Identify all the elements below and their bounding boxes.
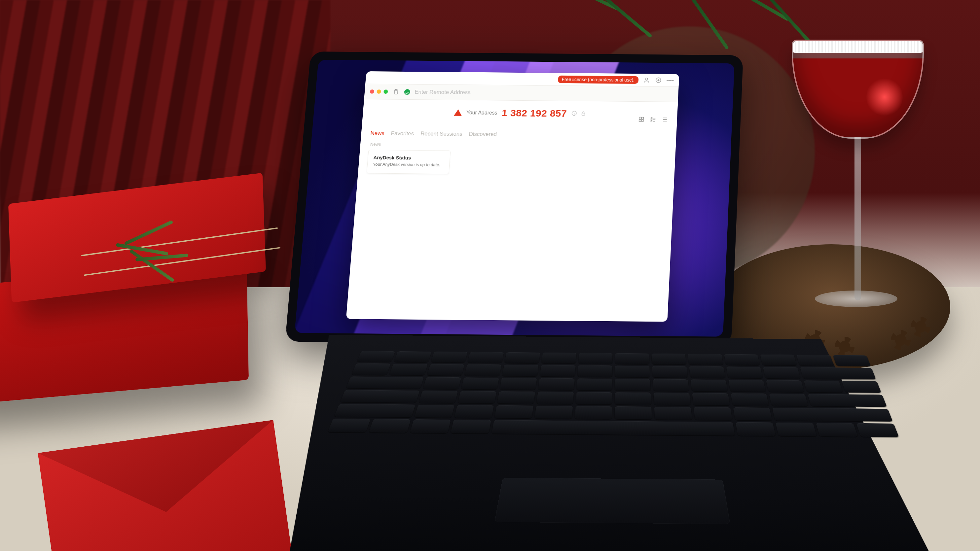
keyboard-key — [760, 354, 797, 365]
keyboard-key — [833, 355, 871, 366]
keyboard-key — [541, 353, 576, 364]
svg-point-0 — [646, 78, 648, 80]
keyboard-key — [431, 352, 468, 363]
keyboard-key — [800, 367, 876, 379]
tab-news[interactable]: News — [370, 130, 385, 137]
laptop-lid: Free license (non-professional use). — [285, 51, 743, 345]
license-banner[interactable]: Free license (non-professional use). — [558, 75, 639, 84]
keyboard-key — [652, 366, 687, 377]
list-view-icon[interactable] — [661, 116, 669, 123]
svg-rect-9 — [641, 119, 643, 121]
anydesk-logo-icon — [453, 109, 462, 116]
keyboard-key — [615, 365, 650, 377]
svg-rect-5 — [582, 113, 585, 115]
photo-scene: Free license (non-professional use). — [0, 0, 980, 551]
keyboard-key — [468, 352, 504, 363]
cocktail-glass-stem — [854, 122, 861, 300]
keyboard-key — [357, 351, 395, 362]
clipboard-icon[interactable] — [392, 88, 400, 95]
detail-view-icon[interactable] — [649, 116, 657, 123]
svg-rect-12 — [651, 121, 652, 122]
svg-rect-11 — [651, 119, 652, 120]
keyboard-key — [427, 364, 465, 375]
tab-favorites[interactable]: Favorites — [391, 130, 414, 137]
news-card-title: AnyDesk Status — [373, 154, 445, 161]
keyboard-key — [651, 353, 686, 364]
keyboard-key — [465, 364, 501, 376]
content-tabs: News Favorites Recent Sessions Discovere… — [361, 119, 677, 141]
invite-icon[interactable] — [643, 76, 651, 83]
keyboard-key — [724, 354, 760, 365]
tab-discovered[interactable]: Discovered — [469, 131, 497, 138]
tab-recent-sessions[interactable]: Recent Sessions — [420, 131, 463, 138]
new-session-icon[interactable] — [655, 76, 662, 84]
your-address-id[interactable]: 1 382 192 857 — [501, 108, 567, 119]
keyboard-key — [726, 367, 763, 378]
keyboard-key — [504, 352, 540, 364]
fullscreen-icon[interactable] — [383, 89, 388, 94]
laptop-display: Free license (non-professional use). — [294, 60, 735, 337]
close-icon[interactable] — [370, 89, 374, 94]
laptop: Free license (non-professional use). — [295, 47, 795, 530]
svg-rect-8 — [639, 119, 641, 121]
laptop-keyboard — [327, 351, 899, 437]
svg-rect-6 — [639, 117, 641, 119]
svg-rect-10 — [651, 118, 652, 119]
keyboard-key — [352, 363, 390, 375]
status-ready-icon — [404, 89, 410, 95]
keyboard-key — [502, 364, 538, 376]
news-card[interactable]: AnyDesk Status Your AnyDesk version is u… — [367, 150, 451, 174]
keyboard-key — [394, 351, 431, 362]
gift-greenery-sprig — [109, 224, 195, 291]
keyboard-key — [578, 353, 612, 364]
laptop-base — [288, 334, 938, 551]
view-toggle — [638, 116, 668, 123]
keyboard-key — [615, 353, 649, 364]
lock-icon[interactable] — [580, 110, 587, 117]
keyboard-key — [578, 365, 612, 377]
keyboard-key — [540, 365, 575, 376]
svg-rect-7 — [642, 117, 644, 119]
star-anise — [911, 317, 931, 337]
grid-view-icon[interactable] — [638, 116, 645, 123]
keyboard-key — [796, 354, 834, 366]
your-address-row: Your Address 1 382 192 857 — [362, 99, 678, 122]
your-address-label: Your Address — [466, 110, 498, 116]
remote-address-input[interactable] — [415, 89, 673, 97]
anydesk-window: Free license (non-professional use). — [346, 71, 679, 322]
info-icon[interactable] — [571, 110, 578, 117]
keyboard-key — [689, 366, 725, 378]
minimize-icon[interactable] — [377, 89, 381, 94]
news-card-body: Your AnyDesk version is up to date. — [372, 162, 444, 168]
menu-icon[interactable] — [667, 76, 674, 84]
keyboard-key — [389, 364, 427, 375]
window-traffic-lights[interactable] — [370, 89, 388, 94]
laptop-trackpad — [495, 478, 730, 524]
window-toolbar — [364, 84, 678, 102]
keyboard-key — [688, 354, 723, 365]
